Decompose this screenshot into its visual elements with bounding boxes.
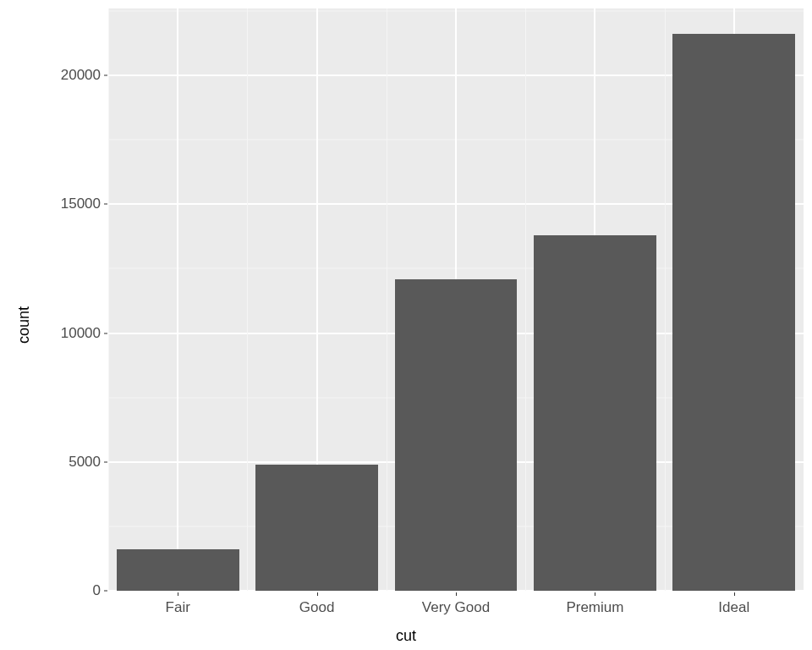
y-tick-label: 10000 <box>61 325 101 342</box>
bars-layer <box>108 8 804 591</box>
x-tick-mark <box>178 592 178 596</box>
x-axis-title: cut <box>396 627 416 645</box>
plot-panel <box>108 8 804 591</box>
y-tick-label: 5000 <box>69 454 101 471</box>
x-tick-label: Good <box>299 599 335 616</box>
y-tick-label: 15000 <box>61 196 101 212</box>
bar <box>117 549 239 591</box>
y-tick-label: 0 <box>93 582 101 599</box>
x-tick-label: Very Good <box>422 599 490 616</box>
x-tick-mark <box>734 592 735 596</box>
y-axis-ticks: 05000100001500020000 <box>47 8 104 591</box>
x-tick-mark <box>317 592 318 596</box>
y-tick-mark <box>104 333 107 333</box>
y-axis-title: count <box>15 306 33 344</box>
bar-chart: count 05000100001500020000 FairGoodVery … <box>0 0 812 650</box>
y-tick-label: 20000 <box>61 67 101 84</box>
y-tick-mark <box>104 204 107 205</box>
bar <box>395 279 518 591</box>
x-axis-ticks: FairGoodVery GoodPremiumIdeal <box>108 596 804 621</box>
x-tick-mark <box>595 592 595 596</box>
bar <box>534 235 656 591</box>
y-tick-mark <box>104 75 107 76</box>
x-tick-label: Premium <box>566 599 623 616</box>
x-tick-label: Fair <box>166 599 190 616</box>
x-tick-mark <box>456 592 457 596</box>
y-tick-mark <box>104 591 107 592</box>
x-tick-label: Ideal <box>718 599 749 616</box>
y-tick-mark <box>104 461 107 462</box>
bar <box>255 465 378 591</box>
bar <box>672 34 795 591</box>
